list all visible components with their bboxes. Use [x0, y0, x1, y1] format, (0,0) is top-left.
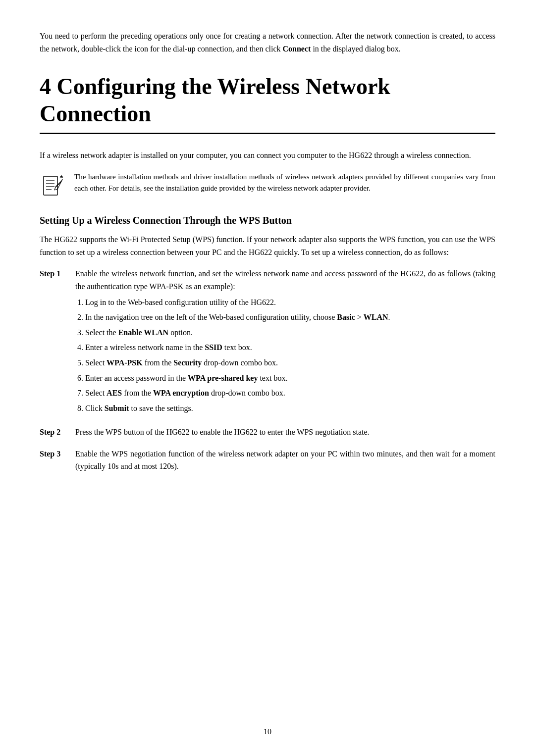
page-number: 10 [264, 727, 271, 736]
svg-line-5 [55, 181, 61, 187]
step-1-text: Enable the wireless network function, an… [75, 269, 495, 291]
step-3-label: Step 3 [40, 448, 75, 460]
svg-rect-0 [44, 176, 57, 195]
step-1-label: Step 1 [40, 267, 75, 280]
steps-container: Step 1 Enable the wireless network funct… [40, 267, 495, 473]
step-1: Step 1 Enable the wireless network funct… [40, 267, 495, 417]
step-2-label: Step 2 [40, 426, 75, 439]
list-item: Select WPA-PSK from the Security drop-do… [85, 356, 495, 369]
step-2-content: Press the WPS button of the HG622 to ena… [75, 426, 495, 439]
step-3: Step 3 Enable the WPS negotiation functi… [40, 448, 495, 473]
note-text: The hardware installation methods and dr… [74, 171, 495, 195]
list-item: Click Submit to save the settings. [85, 402, 495, 415]
list-item: In the navigation tree on the left of th… [85, 311, 495, 324]
svg-line-7 [61, 179, 62, 181]
page: You need to perform the preceding operat… [0, 0, 535, 756]
step-2-text: Press the WPS button of the HG622 to ena… [75, 428, 370, 436]
subsection-heading: Setting Up a Wireless Connection Through… [40, 215, 495, 226]
chapter-heading: 4 Configuring the Wireless Network Conne… [40, 73, 495, 134]
list-item: Select the Enable WLAN option. [85, 326, 495, 339]
list-item: Select AES from the WPA encryption drop-… [85, 387, 495, 400]
list-item: Enter an access password in the WPA pre-… [85, 372, 495, 385]
wireless-intro: If a wireless network adapter is install… [40, 149, 495, 162]
step-1-content: Enable the wireless network function, an… [75, 267, 495, 417]
list-item: Log in to the Web-based configuration ut… [85, 296, 495, 309]
list-item: Enter a wireless network name in the SSI… [85, 341, 495, 354]
note-icon [40, 173, 65, 201]
intro-paragraph: You need to perform the preceding operat… [40, 30, 495, 55]
pencil-note-icon [40, 173, 65, 199]
wps-paragraph: The HG622 supports the Wi-Fi Protected S… [40, 233, 495, 258]
step-3-content: Enable the WPS negotiation function of t… [75, 448, 495, 473]
step-3-text: Enable the WPS negotiation function of t… [75, 450, 495, 471]
step-1-list: Log in to the Web-based configuration ut… [85, 296, 495, 415]
note-box: The hardware installation methods and dr… [40, 171, 495, 201]
step-2: Step 2 Press the WPS button of the HG622… [40, 426, 495, 439]
